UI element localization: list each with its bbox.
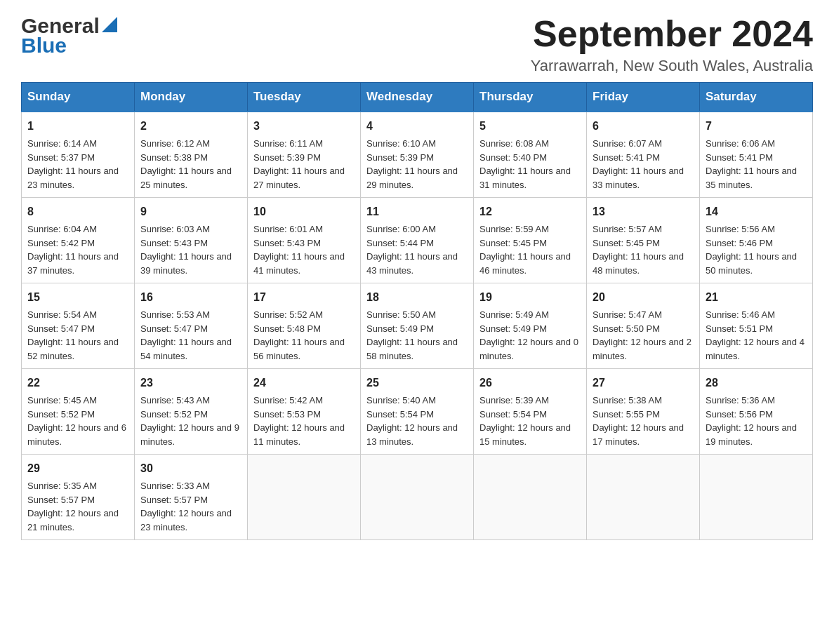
calendar-week-row: 29 Sunrise: 5:35 AMSunset: 5:57 PMDaylig…	[22, 455, 813, 540]
month-title: September 2024	[531, 14, 813, 54]
day-number: 5	[479, 118, 581, 135]
table-row: 24 Sunrise: 5:42 AMSunset: 5:53 PMDaylig…	[248, 369, 361, 455]
day-info: Sunrise: 6:12 AMSunset: 5:38 PMDaylight:…	[140, 138, 232, 190]
day-info: Sunrise: 6:06 AMSunset: 5:41 PMDaylight:…	[706, 138, 797, 190]
table-row: 5 Sunrise: 6:08 AMSunset: 5:40 PMDayligh…	[474, 112, 587, 198]
day-info: Sunrise: 5:39 AMSunset: 5:54 PMDaylight:…	[479, 395, 571, 447]
day-info: Sunrise: 5:59 AMSunset: 5:45 PMDaylight:…	[479, 224, 571, 276]
table-row: 3 Sunrise: 6:11 AMSunset: 5:39 PMDayligh…	[248, 112, 361, 198]
day-info: Sunrise: 5:46 AMSunset: 5:51 PMDaylight:…	[706, 309, 805, 361]
table-row: 9 Sunrise: 6:03 AMSunset: 5:43 PMDayligh…	[135, 198, 248, 283]
logo-triangle-icon	[102, 17, 117, 32]
table-row	[700, 455, 813, 540]
day-number: 24	[253, 375, 355, 391]
day-number: 14	[706, 203, 807, 220]
day-number: 2	[140, 118, 241, 135]
calendar-header-row: Sunday Monday Tuesday Wednesday Thursday…	[22, 83, 813, 112]
calendar-week-row: 1 Sunrise: 6:14 AMSunset: 5:37 PMDayligh…	[22, 112, 813, 198]
table-row	[587, 455, 700, 540]
day-number: 27	[593, 375, 694, 391]
day-info: Sunrise: 5:36 AMSunset: 5:56 PMDaylight:…	[706, 395, 797, 447]
day-number: 9	[140, 203, 241, 220]
table-row: 17 Sunrise: 5:52 AMSunset: 5:48 PMDaylig…	[248, 283, 361, 369]
col-friday: Friday	[587, 83, 700, 112]
day-number: 12	[479, 203, 581, 220]
day-info: Sunrise: 6:14 AMSunset: 5:37 PMDaylight:…	[27, 138, 119, 190]
table-row: 11 Sunrise: 6:00 AMSunset: 5:44 PMDaylig…	[361, 198, 474, 283]
table-row: 27 Sunrise: 5:38 AMSunset: 5:55 PMDaylig…	[587, 369, 700, 455]
day-info: Sunrise: 5:47 AMSunset: 5:50 PMDaylight:…	[593, 309, 691, 361]
day-info: Sunrise: 6:00 AMSunset: 5:44 PMDaylight:…	[366, 224, 458, 276]
day-info: Sunrise: 6:11 AMSunset: 5:39 PMDaylight:…	[253, 138, 345, 190]
day-info: Sunrise: 5:45 AMSunset: 5:52 PMDaylight:…	[27, 395, 126, 447]
day-info: Sunrise: 5:50 AMSunset: 5:49 PMDaylight:…	[366, 309, 458, 361]
table-row: 2 Sunrise: 6:12 AMSunset: 5:38 PMDayligh…	[135, 112, 248, 198]
day-info: Sunrise: 5:57 AMSunset: 5:45 PMDaylight:…	[593, 224, 684, 276]
calendar-week-row: 15 Sunrise: 5:54 AMSunset: 5:47 PMDaylig…	[22, 283, 813, 369]
day-number: 13	[593, 203, 694, 220]
title-section: September 2024 Yarrawarrah, New South Wa…	[531, 14, 813, 75]
table-row: 13 Sunrise: 5:57 AMSunset: 5:45 PMDaylig…	[587, 198, 700, 283]
location-subtitle: Yarrawarrah, New South Wales, Australia	[531, 57, 813, 75]
table-row: 23 Sunrise: 5:43 AMSunset: 5:52 PMDaylig…	[135, 369, 248, 455]
day-info: Sunrise: 5:43 AMSunset: 5:52 PMDaylight:…	[140, 395, 239, 447]
day-info: Sunrise: 5:38 AMSunset: 5:55 PMDaylight:…	[593, 395, 684, 447]
table-row: 22 Sunrise: 5:45 AMSunset: 5:52 PMDaylig…	[22, 369, 135, 455]
col-thursday: Thursday	[474, 83, 587, 112]
table-row: 8 Sunrise: 6:04 AMSunset: 5:42 PMDayligh…	[22, 198, 135, 283]
day-number: 22	[27, 375, 128, 391]
table-row: 16 Sunrise: 5:53 AMSunset: 5:47 PMDaylig…	[135, 283, 248, 369]
col-sunday: Sunday	[22, 83, 135, 112]
col-wednesday: Wednesday	[361, 83, 474, 112]
day-info: Sunrise: 6:07 AMSunset: 5:41 PMDaylight:…	[593, 138, 684, 190]
day-info: Sunrise: 5:40 AMSunset: 5:54 PMDaylight:…	[366, 395, 458, 447]
table-row: 10 Sunrise: 6:01 AMSunset: 5:43 PMDaylig…	[248, 198, 361, 283]
day-number: 23	[140, 375, 241, 391]
day-number: 1	[27, 118, 128, 135]
table-row: 19 Sunrise: 5:49 AMSunset: 5:49 PMDaylig…	[474, 283, 587, 369]
table-row: 18 Sunrise: 5:50 AMSunset: 5:49 PMDaylig…	[361, 283, 474, 369]
day-info: Sunrise: 5:52 AMSunset: 5:48 PMDaylight:…	[253, 309, 345, 361]
table-row: 26 Sunrise: 5:39 AMSunset: 5:54 PMDaylig…	[474, 369, 587, 455]
day-info: Sunrise: 5:54 AMSunset: 5:47 PMDaylight:…	[27, 309, 119, 361]
day-info: Sunrise: 6:10 AMSunset: 5:39 PMDaylight:…	[366, 138, 458, 190]
page-header: General Blue September 2024 Yarrawarrah,…	[21, 14, 813, 75]
day-number: 11	[366, 203, 468, 220]
day-info: Sunrise: 6:03 AMSunset: 5:43 PMDaylight:…	[140, 224, 232, 276]
day-number: 18	[366, 289, 468, 306]
table-row: 12 Sunrise: 5:59 AMSunset: 5:45 PMDaylig…	[474, 198, 587, 283]
day-info: Sunrise: 6:01 AMSunset: 5:43 PMDaylight:…	[253, 224, 345, 276]
table-row: 7 Sunrise: 6:06 AMSunset: 5:41 PMDayligh…	[700, 112, 813, 198]
table-row	[248, 455, 361, 540]
day-info: Sunrise: 5:49 AMSunset: 5:49 PMDaylight:…	[479, 309, 578, 361]
table-row: 20 Sunrise: 5:47 AMSunset: 5:50 PMDaylig…	[587, 283, 700, 369]
calendar-week-row: 8 Sunrise: 6:04 AMSunset: 5:42 PMDayligh…	[22, 198, 813, 283]
day-number: 28	[706, 375, 807, 391]
calendar-week-row: 22 Sunrise: 5:45 AMSunset: 5:52 PMDaylig…	[22, 369, 813, 455]
day-info: Sunrise: 5:53 AMSunset: 5:47 PMDaylight:…	[140, 309, 232, 361]
day-number: 20	[593, 289, 694, 306]
table-row: 28 Sunrise: 5:36 AMSunset: 5:56 PMDaylig…	[700, 369, 813, 455]
day-number: 10	[253, 203, 355, 220]
day-number: 25	[366, 375, 468, 391]
col-tuesday: Tuesday	[248, 83, 361, 112]
logo-blue-text: Blue	[21, 34, 67, 57]
day-number: 15	[27, 289, 128, 306]
table-row	[361, 455, 474, 540]
table-row: 29 Sunrise: 5:35 AMSunset: 5:57 PMDaylig…	[22, 455, 135, 540]
day-number: 19	[479, 289, 581, 306]
table-row: 25 Sunrise: 5:40 AMSunset: 5:54 PMDaylig…	[361, 369, 474, 455]
table-row: 21 Sunrise: 5:46 AMSunset: 5:51 PMDaylig…	[700, 283, 813, 369]
day-number: 26	[479, 375, 581, 391]
day-number: 3	[253, 118, 355, 135]
calendar-table: Sunday Monday Tuesday Wednesday Thursday…	[21, 82, 813, 540]
table-row: 30 Sunrise: 5:33 AMSunset: 5:57 PMDaylig…	[135, 455, 248, 540]
table-row	[474, 455, 587, 540]
table-row: 4 Sunrise: 6:10 AMSunset: 5:39 PMDayligh…	[361, 112, 474, 198]
day-number: 29	[27, 460, 128, 477]
day-info: Sunrise: 5:56 AMSunset: 5:46 PMDaylight:…	[706, 224, 797, 276]
day-number: 8	[27, 203, 128, 220]
table-row: 14 Sunrise: 5:56 AMSunset: 5:46 PMDaylig…	[700, 198, 813, 283]
day-info: Sunrise: 6:04 AMSunset: 5:42 PMDaylight:…	[27, 224, 119, 276]
col-monday: Monday	[135, 83, 248, 112]
